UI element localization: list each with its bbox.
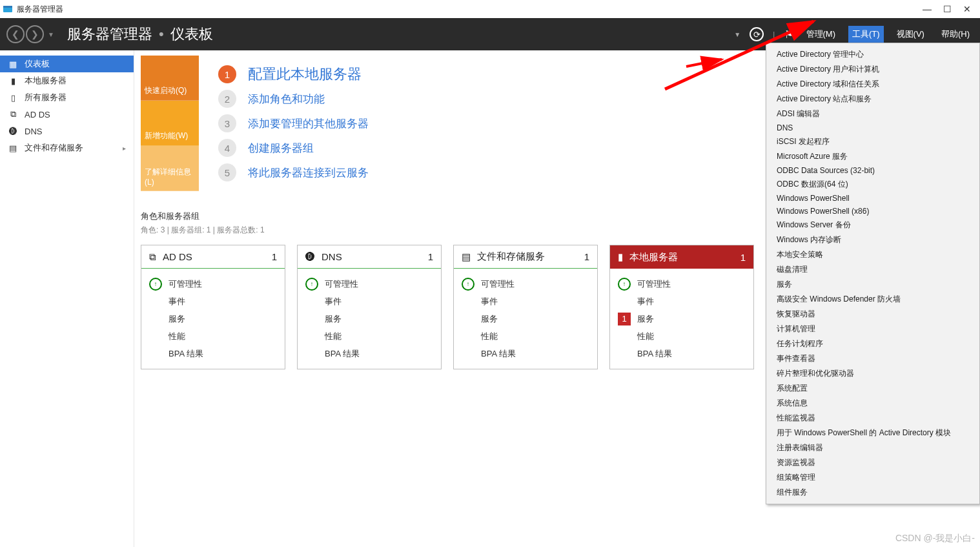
separator: |	[773, 30, 775, 39]
tile-row[interactable]: BPA 结果	[149, 345, 277, 362]
menu-view[interactable]: 视图(V)	[893, 26, 928, 43]
tile-row-label: 可管理性	[168, 278, 202, 290]
tile-row[interactable]: 性能	[462, 327, 589, 345]
tools-menu-item-26[interactable]: 用于 Windows PowerShell 的 Active Directory…	[766, 426, 979, 440]
tools-menu-item-3[interactable]: Active Directory 站点和服务	[766, 92, 979, 107]
sidebar-item-2[interactable]: ▯所有服务器	[0, 89, 134, 106]
role-tile-1[interactable]: 🅓DNS1↑可管理性事件服务性能BPA 结果	[297, 245, 442, 369]
svg-rect-1	[3, 6, 12, 8]
role-tile-2[interactable]: ▤文件和存储服务1↑可管理性事件服务性能BPA 结果	[453, 245, 598, 369]
tile-header: 🅓DNS1	[298, 245, 441, 269]
tile-row[interactable]: 性能	[305, 327, 433, 345]
close-button[interactable]: ✕	[963, 4, 971, 14]
tools-menu-item-4[interactable]: ADSI 编辑器	[766, 107, 979, 121]
topbar-dropdown-icon[interactable]: ▼	[734, 31, 740, 38]
tile-row[interactable]: 性能	[618, 327, 746, 345]
tile-count: 1	[428, 251, 433, 262]
welcome-tab-2[interactable]: 了解详细信息(L)	[141, 146, 199, 191]
tile-icon: 🅓	[305, 251, 315, 262]
sidebar-item-5[interactable]: ▤文件和存储服务▸	[0, 139, 134, 156]
tools-menu-item-5[interactable]: DNS	[766, 121, 979, 134]
tile-row[interactable]: BPA 结果	[462, 345, 589, 362]
nav-back-button[interactable]: ❮	[6, 25, 25, 43]
tools-menu-item-11[interactable]: Windows PowerShell (x86)	[766, 205, 979, 218]
tools-menu-item-0[interactable]: Active Directory 管理中心	[766, 47, 979, 62]
tile-row-label: BPA 结果	[637, 348, 672, 360]
role-tile-3[interactable]: ▮本地服务器1↑可管理性事件1服务性能BPA 结果	[609, 245, 754, 369]
tools-menu-item-2[interactable]: Active Directory 域和信任关系	[766, 77, 979, 92]
welcome-tabs: 快速启动(Q)新增功能(W)了解详细信息(L)	[141, 56, 199, 191]
sidebar-item-4[interactable]: 🅓DNS	[0, 123, 134, 139]
sidebar-item-label: AD DS	[25, 110, 50, 119]
step-label: 添加要管理的其他服务器	[248, 116, 369, 131]
tools-menu-item-9[interactable]: ODBC 数据源(64 位)	[766, 177, 979, 192]
tile-row[interactable]: BPA 结果	[618, 345, 746, 362]
tile-row[interactable]: 事件	[462, 293, 589, 310]
tools-menu-item-8[interactable]: ODBC Data Sources (32-bit)	[766, 164, 979, 177]
breadcrumb-page: 仪表板	[170, 25, 213, 44]
tools-menu-item-21[interactable]: 事件查看器	[766, 351, 979, 366]
tools-menu-item-6[interactable]: iSCSI 发起程序	[766, 134, 979, 149]
tools-menu-item-25[interactable]: 性能监视器	[766, 411, 979, 426]
menu-tools[interactable]: 工具(T)	[848, 26, 884, 43]
sidebar-item-1[interactable]: ▮本地服务器	[0, 72, 134, 89]
tools-menu-item-22[interactable]: 碎片整理和优化驱动器	[766, 366, 979, 381]
refresh-icon[interactable]: ⟳	[750, 27, 764, 41]
menu-manage[interactable]: 管理(M)	[802, 26, 840, 43]
tile-row[interactable]: 事件	[305, 293, 433, 310]
tools-menu-item-14[interactable]: 本地安全策略	[766, 247, 979, 262]
step-number: 2	[218, 90, 236, 108]
tools-menu-item-27[interactable]: 注册表编辑器	[766, 440, 979, 455]
tools-menu-item-15[interactable]: 磁盘清理	[766, 262, 979, 277]
tile-row[interactable]: 事件	[618, 293, 746, 310]
tile-row[interactable]: 1服务	[618, 310, 746, 327]
tools-menu-item-30[interactable]: 组件服务	[766, 485, 979, 500]
role-tile-0[interactable]: ⧉AD DS1↑可管理性事件服务性能BPA 结果	[141, 245, 285, 369]
tools-menu-item-24[interactable]: 系统信息	[766, 396, 979, 411]
tools-menu-item-29[interactable]: 组策略管理	[766, 470, 979, 485]
maximize-button[interactable]: ☐	[943, 4, 952, 14]
tools-menu-item-7[interactable]: Microsoft Azure 服务	[766, 149, 979, 164]
tools-menu-item-20[interactable]: 任务计划程序	[766, 336, 979, 351]
tools-menu-item-12[interactable]: Windows Server 备份	[766, 218, 979, 232]
tile-row[interactable]: ↑可管理性	[305, 275, 433, 293]
tile-count: 1	[272, 251, 277, 262]
sidebar-item-0[interactable]: ▦仪表板	[0, 56, 134, 72]
tools-menu-item-13[interactable]: Windows 内存诊断	[766, 232, 979, 247]
tile-row[interactable]: 服务	[149, 310, 277, 327]
tile-row[interactable]: ↑可管理性	[462, 275, 589, 293]
nav-dropdown-icon[interactable]: ▼	[48, 31, 54, 38]
tile-header: ▤文件和存储服务1	[454, 245, 597, 269]
chevron-right-icon: ▸	[123, 145, 126, 152]
tools-menu-item-10[interactable]: Windows PowerShell	[766, 192, 979, 205]
nav-forward-button[interactable]: ❯	[26, 25, 44, 43]
tools-menu-item-1[interactable]: Active Directory 用户和计算机	[766, 62, 979, 77]
tile-row[interactable]: 性能	[149, 327, 277, 345]
tile-row[interactable]: 服务	[305, 310, 433, 327]
notifications-flag-icon[interactable]: ⚑	[784, 28, 793, 41]
sidebar-item-3[interactable]: ⧉AD DS	[0, 106, 134, 123]
tile-header: ⧉AD DS1	[141, 245, 285, 269]
breadcrumb: 服务器管理器 • 仪表板	[67, 25, 213, 44]
welcome-tab-1[interactable]: 新增功能(W)	[141, 101, 199, 146]
breadcrumb-sep-icon: •	[159, 26, 164, 43]
tile-count: 1	[584, 251, 589, 262]
minimize-button[interactable]: —	[923, 4, 932, 14]
tile-row[interactable]: ↑可管理性	[149, 275, 277, 293]
tile-row[interactable]: 服务	[462, 310, 589, 327]
tile-row-label: 事件	[481, 296, 498, 307]
tools-menu-item-28[interactable]: 资源监视器	[766, 455, 979, 470]
tile-row[interactable]: BPA 结果	[305, 345, 433, 362]
tile-title: AD DS	[163, 251, 192, 262]
tools-menu-item-18[interactable]: 恢复驱动器	[766, 307, 979, 322]
breadcrumb-app: 服务器管理器	[67, 25, 152, 44]
tile-row[interactable]: 事件	[149, 293, 277, 310]
tools-menu-item-19[interactable]: 计算机管理	[766, 322, 979, 336]
menu-help[interactable]: 帮助(H)	[937, 26, 974, 43]
welcome-tab-0[interactable]: 快速启动(Q)	[141, 56, 199, 101]
tools-menu-item-17[interactable]: 高级安全 Windows Defender 防火墙	[766, 292, 979, 307]
sidebar-icon: ▮	[8, 76, 18, 86]
tools-menu-item-23[interactable]: 系统配置	[766, 381, 979, 396]
tile-row[interactable]: ↑可管理性	[618, 275, 746, 293]
tools-menu-item-16[interactable]: 服务	[766, 277, 979, 292]
